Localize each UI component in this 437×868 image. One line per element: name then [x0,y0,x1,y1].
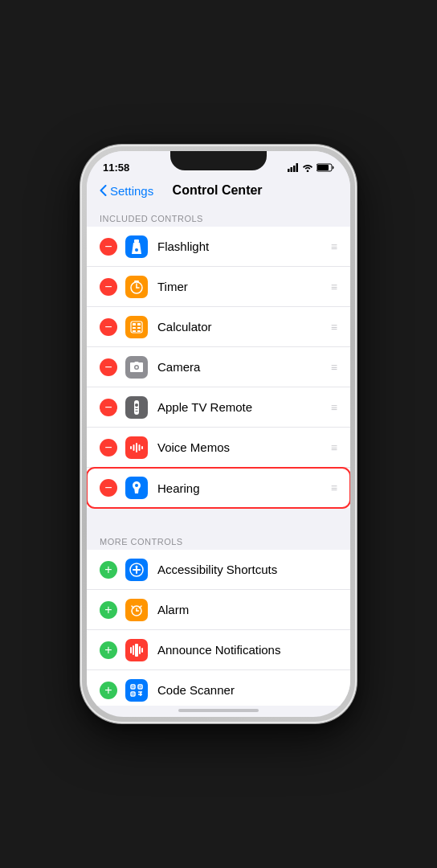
timer-label: Timer [157,280,325,293]
svg-rect-14 [133,323,136,326]
hearing-label: Hearing [157,481,325,495]
svg-point-21 [136,366,138,368]
drag-handle[interactable]: ≡ [331,441,337,454]
list-item: + [87,670,350,706]
phone-frame: 11:58 [80,145,357,723]
accessibility-label: Accessibility Shortcuts [157,563,337,576]
list-item: + Alarm [87,590,350,630]
svg-rect-44 [139,646,141,654]
svg-rect-12 [134,280,139,282]
svg-rect-30 [141,446,143,449]
list-item: + Accessibility Shortcuts [87,550,350,590]
svg-line-40 [140,606,142,608]
calculator-icon [125,316,148,338]
svg-rect-24 [136,408,138,409]
svg-rect-0 [288,169,290,172]
back-label: Settings [110,184,153,198]
svg-rect-17 [137,327,141,329]
status-time: 11:58 [103,162,129,174]
codescanner-label: Code Scanner [157,683,337,697]
status-icons [288,163,334,172]
svg-rect-16 [133,327,136,329]
svg-rect-19 [137,330,141,332]
svg-rect-29 [139,444,141,451]
list-item: − Voice Memos ≡ [87,428,350,468]
more-controls-list: + Accessibility Shortcuts [87,550,350,706]
svg-rect-1 [291,167,293,172]
svg-rect-2 [293,166,296,172]
svg-rect-6 [134,240,139,243]
remove-timer-button[interactable]: − [100,278,117,296]
codescanner-icon [125,679,148,702]
svg-point-8 [135,248,138,252]
home-indicator [178,709,259,712]
announce-icon [125,639,148,661]
remove-calculator-button[interactable]: − [100,318,117,336]
svg-rect-51 [133,693,134,694]
page-title: Control Center [153,183,281,198]
voicememos-icon [125,436,148,459]
main-content: INCLUDED CONTROLS − Flashligh [87,204,350,706]
list-item: − Flashlight ≡ [87,227,350,267]
drag-handle[interactable]: ≡ [331,240,337,253]
hearing-list-item: − Hearing ≡ [87,468,350,508]
phone-screen: 11:58 [87,151,350,717]
svg-rect-22 [134,400,139,415]
battery-icon [317,163,334,172]
calculator-label: Calculator [157,320,325,334]
drag-handle[interactable]: ≡ [331,481,337,494]
drag-handle[interactable]: ≡ [331,401,337,414]
add-accessibility-button[interactable]: + [100,561,117,579]
svg-rect-18 [133,330,136,332]
svg-rect-42 [133,645,134,655]
add-alarm-button[interactable]: + [100,601,117,619]
svg-rect-25 [136,411,138,411]
list-item: − Camera ≡ [87,347,350,387]
remove-camera-button[interactable]: − [100,358,117,376]
svg-point-23 [135,403,138,407]
drag-handle[interactable]: ≡ [331,280,337,293]
flashlight-label: Flashlight [157,240,325,253]
remove-appletv-button[interactable]: − [100,399,117,416]
svg-rect-15 [137,323,141,326]
accessibility-icon [125,559,148,581]
svg-rect-41 [130,647,132,653]
section-gap [87,508,350,527]
svg-rect-49 [133,686,134,687]
remove-hearing-button[interactable]: − [100,479,117,497]
list-item: − Calculator ≡ [87,307,350,347]
svg-rect-3 [296,163,299,172]
svg-rect-50 [140,686,141,687]
svg-rect-26 [130,446,132,449]
remove-voicememos-button[interactable]: − [100,439,117,457]
included-controls-header: INCLUDED CONTROLS [87,204,350,227]
svg-point-31 [135,484,138,487]
svg-rect-43 [135,644,138,657]
voicememos-label: Voice Memos [157,440,325,454]
svg-line-39 [132,606,134,608]
hearing-icon [125,477,148,499]
appletv-label: Apple TV Remote [157,400,325,414]
drag-handle[interactable]: ≡ [331,321,337,334]
more-controls-header: MORE CONTROLS [87,527,350,550]
timer-icon [125,276,148,298]
flashlight-icon [125,235,148,258]
drag-handle[interactable]: ≡ [331,361,337,374]
back-button[interactable]: Settings [100,184,153,198]
back-chevron-icon [100,185,107,196]
camera-label: Camera [157,360,325,374]
svg-rect-28 [136,443,137,452]
svg-rect-5 [317,165,329,170]
svg-rect-27 [133,444,135,451]
add-codescanner-button[interactable]: + [100,682,117,699]
list-item: − Apple TV Remote ≡ [87,387,350,428]
included-controls-list: − Flashlight ≡ − [87,227,350,508]
signal-icon [288,163,299,172]
announce-label: Announce Notifications [157,643,337,657]
alarm-label: Alarm [157,603,337,616]
add-announce-button[interactable]: + [100,641,117,659]
nav-bar: Settings Control Center [87,180,350,204]
remove-flashlight-button[interactable]: − [100,238,117,256]
wifi-icon [302,163,313,172]
alarm-icon [125,599,148,621]
